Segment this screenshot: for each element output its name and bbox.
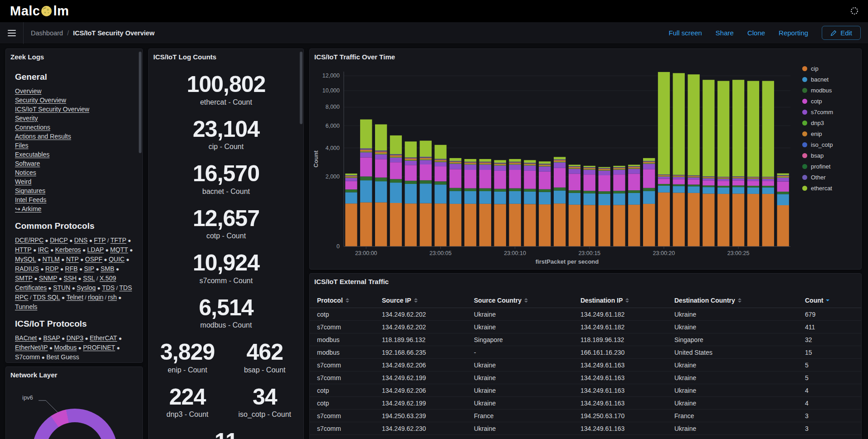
settings-icon[interactable]	[850, 6, 859, 17]
edit-button[interactable]: Edit	[822, 26, 861, 40]
protocol-link-stun[interactable]: STUN	[53, 284, 70, 291]
zeek-sections: GeneralOverviewSecurity OverviewICS/IoT …	[6, 63, 142, 362]
table-row: s7comm194.250.63.239France194.250.63.170…	[310, 410, 861, 422]
legend-item-ethercat[interactable]: ethercat	[802, 185, 833, 192]
column-header-source-country[interactable]: Source Country	[474, 297, 580, 304]
nav-action-share[interactable]: Share	[716, 29, 734, 37]
legend-item-bsap[interactable]: bsap	[802, 152, 833, 159]
protocol-link-profinet[interactable]: PROFINET	[83, 344, 115, 351]
protocol-link-ftp[interactable]: FTP	[94, 236, 106, 244]
protocol-link-mqtt[interactable]: MQTT	[110, 246, 128, 253]
metric-value: 16,570	[149, 162, 303, 186]
zeek-nav-link-ics-iot-security-overview[interactable]: ICS/IoT Security Overview	[15, 105, 133, 114]
bullet-separator: ●	[39, 266, 45, 272]
table-cell: Ukraine	[674, 323, 805, 331]
protocol-link-telnet[interactable]: Telnet	[66, 294, 83, 301]
column-header-destination-ip[interactable]: Destination IP	[580, 297, 674, 304]
zeek-nav-link-actions-and-results[interactable]: Actions and Results	[15, 132, 133, 141]
zeek-nav-link-connections[interactable]: Connections	[15, 123, 133, 132]
protocol-link-dns[interactable]: DNS	[74, 236, 88, 244]
hamburger-menu-icon[interactable]	[0, 22, 24, 44]
protocol-link-rlogin[interactable]: rlogin	[88, 294, 103, 301]
column-header-count[interactable]: Count	[805, 297, 854, 304]
protocol-link-ldap[interactable]: LDAP	[87, 246, 104, 253]
legend-item-profinet[interactable]: profinet	[802, 163, 833, 170]
protocol-link-snmp[interactable]: SNMP	[39, 275, 57, 282]
nav-action-clone[interactable]: Clone	[747, 29, 765, 37]
protocol-link-dnp3[interactable]: DNP3	[66, 334, 83, 342]
zeek-nav-link-executables[interactable]: Executables	[15, 150, 133, 159]
column-header-protocol[interactable]: Protocol	[317, 297, 382, 304]
legend-item-cip[interactable]: cip	[802, 65, 833, 72]
scrollbar-thumb[interactable]	[300, 52, 302, 124]
legend-item-other[interactable]: Other	[802, 174, 833, 181]
protocol-link-ethernet-ip[interactable]: EtherNet/IP	[15, 344, 48, 351]
traffic-chart[interactable]: 02,0004,0006,0008,00010,00012,00023:00:0…	[311, 50, 796, 268]
zeek-nav-link-arkime[interactable]: ↪ Arkime	[15, 204, 133, 213]
protocol-link-tds-sql[interactable]: TDS SQL	[33, 294, 60, 301]
legend-item-cotp[interactable]: cotp	[802, 98, 833, 105]
protocol-link-smtp[interactable]: SMTP	[15, 275, 33, 282]
table-cell: 679	[805, 311, 854, 318]
edit-button-label: Edit	[840, 29, 852, 37]
zeek-nav-link-software[interactable]: Software	[15, 159, 133, 168]
protocol-link-sip[interactable]: SIP	[84, 265, 94, 272]
legend-item-enip[interactable]: enip	[802, 130, 833, 137]
legend-item-iso-cotp[interactable]: iso_cotp	[802, 141, 833, 148]
protocol-link-modbus[interactable]: Modbus	[54, 344, 77, 351]
protocol-link-ethercat[interactable]: EtherCAT	[90, 334, 117, 342]
zeek-nav-link-weird[interactable]: Weird	[15, 177, 133, 186]
protocol-link-kerberos[interactable]: Kerberos	[55, 246, 81, 253]
zeek-nav-link-signatures[interactable]: Signatures	[15, 186, 133, 195]
protocol-link-ssl[interactable]: SSL	[83, 275, 95, 282]
zeek-nav-link-notices[interactable]: Notices	[15, 168, 133, 177]
protocol-link-tftp[interactable]: TFTP	[110, 236, 126, 244]
protocol-link-rfb[interactable]: RFB	[65, 265, 78, 272]
legend-label: cotp	[811, 98, 822, 105]
protocol-link-ntlm[interactable]: NTLM	[43, 256, 60, 263]
table-cell: 118.189.96.132	[580, 336, 674, 343]
protocol-link-smb[interactable]: SMB	[101, 265, 114, 272]
panel-external-traffic: ICS/IoT External Traffic ProtocolSource …	[309, 273, 862, 439]
table-cell: Ukraine	[474, 400, 580, 407]
legend-item-s7comm[interactable]: s7comm	[802, 109, 833, 116]
protocol-link-http[interactable]: HTTP	[15, 246, 32, 253]
table-cell: 134.249.61.163	[580, 400, 674, 407]
protocol-link-ssh[interactable]: SSH	[63, 275, 77, 282]
protocol-link-ospf[interactable]: OSPF	[85, 256, 102, 263]
zeek-nav-link-intel-feeds[interactable]: Intel Feeds	[15, 195, 133, 204]
protocol-link-dce-rpc[interactable]: DCE/RPC	[15, 236, 44, 244]
bullet-separator: ●	[117, 294, 122, 301]
protocol-link-rsh[interactable]: rsh	[108, 294, 117, 301]
protocol-link-quic[interactable]: QUIC	[109, 256, 125, 263]
nav-action-reporting[interactable]: Reporting	[779, 29, 808, 37]
protocol-link-bsap[interactable]: BSAP	[43, 334, 60, 342]
bullet-separator: ●	[70, 285, 77, 291]
zeek-nav-link-severity[interactable]: Severity	[15, 114, 133, 123]
protocol-link-ntp[interactable]: NTP	[66, 256, 79, 263]
zeek-nav-link-files[interactable]: Files	[15, 141, 133, 150]
breadcrumb-current-page: ICS/IoT Security Overview	[73, 29, 155, 37]
nav-action-full-screen[interactable]: Full screen	[669, 29, 702, 37]
protocol-link-rdp[interactable]: RDP	[45, 265, 59, 272]
zeek-nav-link-security-overview[interactable]: Security Overview	[15, 96, 133, 105]
breadcrumb-dashboard[interactable]: Dashboard	[31, 29, 63, 37]
legend-item-dnp3[interactable]: dnp3	[802, 120, 833, 126]
scrollbar-thumb[interactable]	[139, 52, 141, 153]
protocol-link-tunnels[interactable]: Tunnels	[15, 303, 37, 310]
protocol-link-dhcp[interactable]: DHCP	[50, 236, 68, 244]
legend-item-modbus[interactable]: modbus	[802, 87, 833, 94]
legend-item-bacnet[interactable]: bacnet	[802, 76, 833, 83]
protocol-link-bacnet[interactable]: BACnet	[15, 334, 37, 342]
protocol-link-radius[interactable]: RADIUS	[15, 265, 39, 272]
column-header-source-ip[interactable]: Source IP	[382, 297, 474, 304]
protocol-link-irc[interactable]: IRC	[38, 246, 49, 253]
column-header-destination-country[interactable]: Destination Country	[674, 297, 805, 304]
zeek-nav-link-overview[interactable]: Overview	[15, 87, 133, 96]
pencil-icon	[830, 30, 837, 36]
protocol-link-mysql[interactable]: MySQL	[15, 256, 36, 263]
malcolm-logo[interactable]: Malc lm	[10, 4, 69, 19]
svg-text:23:00:15: 23:00:15	[578, 250, 600, 256]
protocol-link-syslog[interactable]: Syslog	[77, 284, 96, 291]
protocol-link-tds[interactable]: TDS	[102, 284, 115, 291]
